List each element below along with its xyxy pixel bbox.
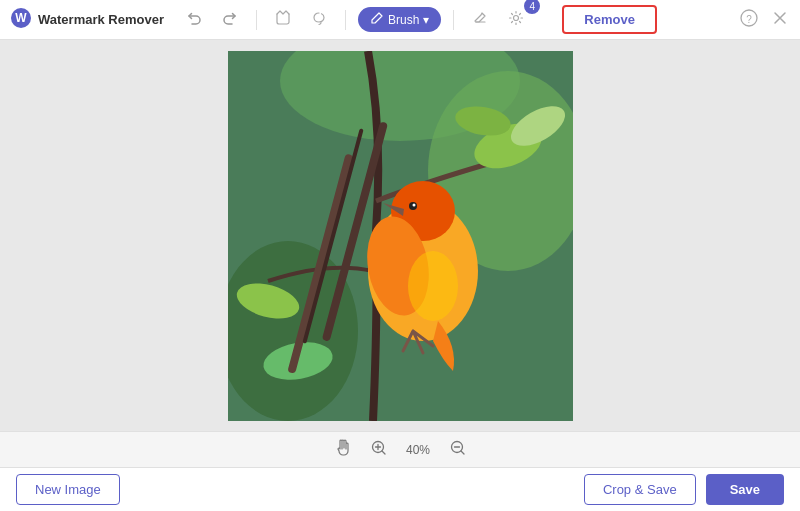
brush-dropdown-icon: ▾ bbox=[423, 13, 429, 27]
toolbar: Brush ▾ 4 Remove bbox=[180, 5, 738, 34]
app-title: Watermark Remover bbox=[38, 12, 164, 27]
zoom-out-button[interactable] bbox=[446, 436, 470, 463]
app-logo: W bbox=[10, 7, 38, 33]
lasso-icon bbox=[311, 10, 327, 29]
undo-button[interactable] bbox=[180, 6, 208, 33]
marquee-icon bbox=[275, 10, 291, 29]
zoom-bar: 40% bbox=[0, 431, 800, 467]
separator-1 bbox=[256, 10, 257, 30]
help-icon: ? bbox=[740, 13, 758, 30]
eraser-tool-button[interactable] bbox=[466, 6, 494, 33]
svg-text:W: W bbox=[15, 11, 27, 25]
notification-badge: 4 bbox=[524, 0, 540, 14]
svg-text:?: ? bbox=[746, 13, 752, 24]
window-controls: ? bbox=[738, 7, 790, 33]
hand-pan-icon bbox=[335, 444, 353, 460]
canvas-area bbox=[0, 40, 800, 431]
new-image-button[interactable]: New Image bbox=[16, 474, 120, 505]
notification-wrapper: 4 bbox=[502, 6, 546, 33]
title-bar: W Watermark Remover bbox=[0, 0, 800, 40]
undo-icon bbox=[186, 10, 202, 29]
remove-button[interactable]: Remove bbox=[562, 5, 657, 34]
settings-icon bbox=[508, 10, 524, 29]
brush-icon bbox=[370, 11, 384, 28]
zoom-in-icon bbox=[371, 443, 387, 459]
zoom-out-icon bbox=[450, 443, 466, 459]
close-button[interactable] bbox=[770, 8, 790, 32]
separator-2 bbox=[345, 10, 346, 30]
separator-3 bbox=[453, 10, 454, 30]
eraser-icon bbox=[472, 10, 488, 29]
brush-tool-button[interactable]: Brush ▾ bbox=[358, 7, 441, 32]
marquee-tool-button[interactable] bbox=[269, 6, 297, 33]
brush-label: Brush bbox=[388, 13, 419, 27]
redo-button[interactable] bbox=[216, 6, 244, 33]
close-icon bbox=[772, 12, 788, 29]
image-container bbox=[228, 51, 573, 421]
redo-icon bbox=[222, 10, 238, 29]
help-button[interactable]: ? bbox=[738, 7, 760, 33]
zoom-level: 40% bbox=[401, 443, 436, 457]
save-button[interactable]: Save bbox=[706, 474, 784, 505]
crop-save-button[interactable]: Crop & Save bbox=[584, 474, 696, 505]
svg-point-19 bbox=[408, 251, 458, 321]
svg-point-2 bbox=[514, 16, 519, 21]
pan-tool-button[interactable] bbox=[331, 435, 357, 464]
svg-point-18 bbox=[412, 203, 415, 206]
right-actions: Crop & Save Save bbox=[584, 474, 784, 505]
zoom-in-button[interactable] bbox=[367, 436, 391, 463]
main-image[interactable] bbox=[228, 51, 573, 421]
lasso-tool-button[interactable] bbox=[305, 6, 333, 33]
action-bar: New Image Crop & Save Save bbox=[0, 467, 800, 511]
